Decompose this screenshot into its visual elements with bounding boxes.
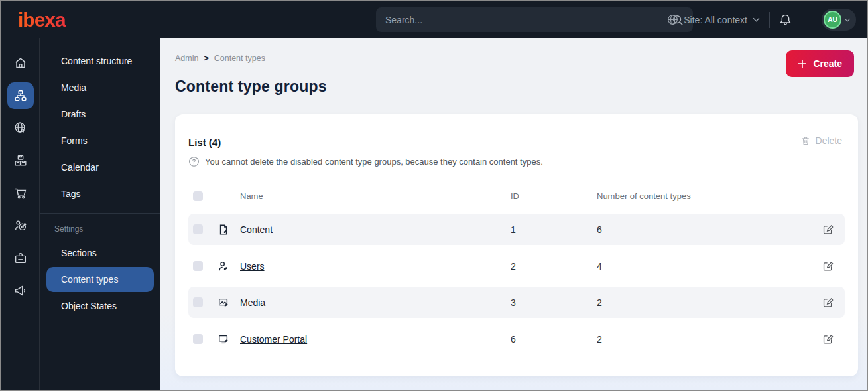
list-title: List (4) — [188, 127, 845, 148]
icon-rail — [1, 38, 40, 390]
group-count: 2 — [597, 297, 822, 308]
edit-icon[interactable] — [822, 297, 845, 308]
site-context-selector[interactable]: Site: All context — [667, 14, 760, 25]
column-count: Number of content types — [597, 191, 822, 201]
table-row: Media 3 2 — [188, 287, 845, 318]
app-grid-icon[interactable] — [801, 14, 812, 25]
ibexa-logo[interactable]: ibexa — [1, 9, 160, 31]
group-name-link[interactable]: Content — [240, 224, 511, 235]
create-button-label: Create — [813, 58, 842, 69]
sidebar-item-media[interactable]: Media — [46, 75, 154, 100]
edit-icon[interactable] — [822, 260, 845, 272]
search-input[interactable] — [385, 15, 672, 25]
column-id: ID — [511, 191, 597, 201]
list-card: List (4) You cannot delete the disabled … — [175, 114, 858, 376]
group-name-link[interactable]: Users — [240, 261, 511, 272]
avatar[interactable]: AU — [824, 11, 841, 29]
breadcrumb-separator: > — [204, 54, 208, 63]
main-content: Admin > Content types Create Content typ… — [160, 38, 867, 390]
user-edit-icon — [217, 260, 240, 272]
table-row: Content 1 6 — [188, 214, 845, 245]
column-name: Name — [240, 191, 511, 201]
site-context-label: Site: All context — [684, 15, 747, 25]
corporate-badge-icon[interactable] — [7, 245, 34, 272]
row-checkbox[interactable] — [193, 224, 203, 234]
menu-section-settings: Settings — [40, 220, 160, 239]
chevron-down-icon — [753, 17, 760, 22]
edit-icon[interactable] — [822, 333, 845, 345]
delete-button[interactable]: Delete — [800, 135, 842, 146]
row-checkbox[interactable] — [193, 261, 203, 271]
select-all-checkbox[interactable] — [193, 191, 203, 201]
sidebar-item-content-structure[interactable]: Content structure — [46, 48, 154, 74]
marketing-megaphone-icon[interactable] — [7, 277, 34, 304]
sidebar-item-forms[interactable]: Forms — [46, 128, 154, 153]
group-count: 2 — [597, 334, 822, 345]
table-row: Customer Portal 6 2 — [188, 323, 845, 354]
sidebar-item-drafts[interactable]: Drafts — [46, 102, 154, 127]
products-icon[interactable] — [7, 147, 34, 174]
file-edit-icon — [217, 224, 240, 236]
list-hint-text: You cannot delete the disabled content t… — [205, 157, 543, 167]
chevron-down-icon — [844, 18, 851, 22]
app-window: ibexa Site: All context — [0, 0, 868, 391]
group-id: 2 — [511, 261, 597, 272]
page-title: Content type groups — [175, 78, 867, 96]
menu-divider — [40, 213, 160, 214]
group-id: 3 — [511, 297, 597, 308]
group-count: 6 — [597, 224, 822, 235]
group-id: 6 — [511, 334, 597, 345]
group-id: 1 — [511, 224, 597, 235]
help-circle-icon — [188, 156, 200, 167]
image-edit-icon — [217, 297, 240, 309]
row-checkbox[interactable] — [193, 297, 203, 307]
commerce-cart-icon[interactable] — [7, 180, 34, 206]
table-row: Users 2 4 — [188, 250, 845, 281]
personalization-target-icon[interactable] — [7, 212, 34, 239]
edit-icon[interactable] — [822, 224, 845, 235]
group-count: 4 — [597, 261, 822, 272]
breadcrumb: Admin > Content types — [160, 38, 867, 63]
content-tree-icon[interactable] — [7, 82, 34, 109]
trash-icon — [800, 135, 811, 146]
group-name-link[interactable]: Media — [240, 297, 511, 308]
group-name-link[interactable]: Customer Portal — [240, 334, 511, 345]
screen-edit-icon — [217, 333, 240, 345]
create-button[interactable]: Create — [786, 50, 854, 77]
top-bar: ibexa Site: All context — [1, 1, 867, 38]
table-header: Name ID Number of content types — [188, 185, 845, 208]
plus-icon — [798, 59, 807, 68]
sidebar-item-tags[interactable]: Tags — [46, 181, 154, 206]
delete-button-label: Delete — [816, 135, 842, 146]
sidebar-menu: Content structure Media Drafts Forms Cal… — [40, 38, 160, 390]
global-search[interactable] — [376, 7, 693, 32]
notifications-bell-icon[interactable] — [779, 13, 792, 26]
content-type-groups-table: Name ID Number of content types — [188, 185, 845, 354]
sidebar-item-content-types[interactable]: Content types — [46, 267, 154, 292]
breadcrumb-content-types[interactable]: Content types — [214, 54, 265, 63]
sidebar-item-object-states[interactable]: Object States — [46, 293, 154, 319]
topbar-divider — [769, 12, 770, 28]
row-checkbox[interactable] — [193, 334, 203, 344]
home-icon[interactable] — [7, 50, 34, 76]
list-hint: You cannot delete the disabled content t… — [188, 156, 845, 167]
sidebar-item-calendar[interactable]: Calendar — [46, 155, 154, 180]
breadcrumb-admin[interactable]: Admin — [175, 54, 198, 63]
sidebar-item-sections[interactable]: Sections — [46, 240, 154, 266]
user-menu[interactable]: AU — [822, 9, 856, 31]
globe-icon — [667, 14, 678, 25]
site-globe-icon[interactable] — [7, 115, 34, 141]
